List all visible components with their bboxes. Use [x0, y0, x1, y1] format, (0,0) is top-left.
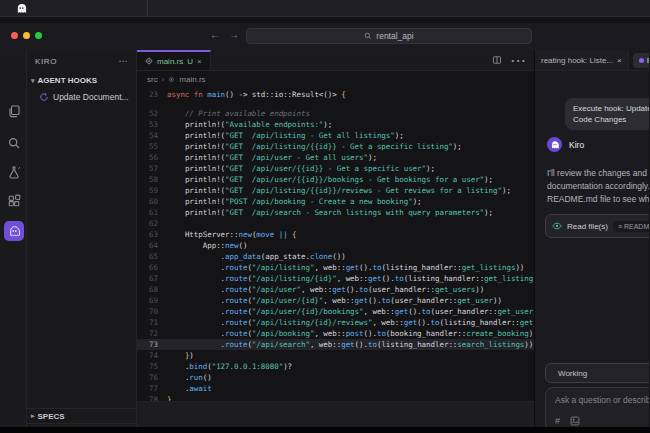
line-number: 72 — [137, 328, 167, 339]
line-number: 58 — [137, 174, 167, 185]
code-line[interactable]: 74 }) — [137, 350, 534, 361]
command-search-box[interactable]: rental_api — [246, 28, 532, 44]
line-number: 56 — [137, 152, 167, 163]
sidebar: KIRO ⋯ ▾ AGENT HOOKS Update Document... … — [27, 50, 137, 427]
section-specs[interactable]: ▸ SPECS — [27, 408, 136, 423]
code-line[interactable]: 78} — [137, 394, 534, 401]
line-number: 60 — [137, 196, 167, 207]
sidebar-title: KIRO — [35, 57, 57, 66]
assistant-name: Kiro — [569, 140, 584, 150]
line-number: 52 — [137, 108, 167, 119]
line-number: 23 — [137, 89, 167, 100]
code-line[interactable]: 69 .route("/api/user/{id}", web::get().t… — [137, 295, 534, 306]
close-window-button[interactable] — [11, 32, 18, 39]
code-line[interactable]: 66 .route("/api/listing", web::get().to(… — [137, 262, 534, 273]
titlebar: ← → rental_api — [0, 23, 650, 50]
menubar-divider — [147, 0, 148, 17]
code-line[interactable]: 62 — [137, 218, 534, 229]
editor-more-actions-icon[interactable]: ⋯ — [510, 51, 526, 70]
search-query: rental_api — [376, 31, 413, 41]
line-number: 71 — [137, 317, 167, 328]
rust-file-icon — [145, 57, 153, 65]
line-number: 62 — [137, 218, 167, 229]
editor-footer — [137, 401, 534, 427]
code-line[interactable]: 23async fn main() -> std::io::Result<()>… — [137, 89, 534, 100]
code-line[interactable]: 55 println!("GET /api/listing/{{id}} - G… — [137, 141, 534, 152]
attach-image-icon[interactable] — [570, 416, 580, 426]
line-number: 61 — [137, 207, 167, 218]
line-number: 67 — [137, 273, 167, 284]
line-number: 75 — [137, 361, 167, 372]
code-line[interactable]: 67 .route("/api/listing/{id}", web::get(… — [137, 273, 534, 284]
tab-execute-hook[interactable]: E — [633, 53, 649, 68]
line-number: 59 — [137, 185, 167, 196]
kiro-panel-icon[interactable] — [4, 221, 24, 241]
code-line[interactable]: 64 App::new() — [137, 240, 534, 251]
read-files-chip[interactable]: Read file(s) ≡ README. — [545, 214, 649, 238]
code-line[interactable]: 52 // Print available endpoints — [137, 108, 534, 119]
line-number: 73 — [137, 339, 167, 350]
hook-item-update-document[interactable]: Update Document... — [27, 89, 136, 105]
line-number: 55 — [137, 141, 167, 152]
code-lines: 23async fn main() -> std::io::Result<()>… — [137, 87, 534, 401]
code-line[interactable]: 73 .route("/api/search", web::get().to(l… — [137, 339, 534, 350]
code-line[interactable]: 61 println!("GET /api/search - Search li… — [137, 207, 534, 218]
line-number: 69 — [137, 295, 167, 306]
hook-icon — [39, 92, 49, 102]
working-status[interactable]: Working — [545, 363, 649, 383]
chat-tab-bar: reating hook: Liste... × E — [535, 50, 649, 71]
chat-input[interactable]: Ask a question or describe a # — [545, 387, 649, 427]
menubar — [0, 0, 650, 17]
tab-creating-hook[interactable]: reating hook: Liste... × — [535, 50, 629, 70]
code-line[interactable]: 75 .bind("127.0.0.1:8080")? — [137, 361, 534, 372]
code-line[interactable]: 70 .route("/api/user/{id}/bookings", web… — [137, 306, 534, 317]
code-editor[interactable]: 23async fn main() -> std::io::Result<()>… — [137, 87, 534, 401]
tab-main-rs[interactable]: main.rs U × — [137, 50, 211, 70]
code-line[interactable]: 60 println!("POST /api/booking - Create … — [137, 196, 534, 207]
code-line[interactable]: 65 .app_data(app_state.clone()) — [137, 251, 534, 262]
rust-file-icon — [168, 76, 175, 83]
editor-group: main.rs U × ⋯ src › main.rs 23async fn m… — [137, 50, 534, 427]
code-line[interactable]: 72 .route("/api/booking", web::post().to… — [137, 328, 534, 339]
search-icon — [364, 32, 372, 40]
back-button[interactable]: ← — [210, 29, 220, 40]
extensions-icon[interactable] — [7, 194, 21, 208]
maximize-window-button[interactable] — [35, 32, 42, 39]
file-badge[interactable]: ≡ README. — [613, 221, 649, 232]
context-hash-icon[interactable]: # — [555, 416, 560, 426]
line-number: 76 — [137, 372, 167, 383]
flask-icon[interactable] — [7, 165, 21, 179]
code-line[interactable]: 71 .route("/api/listing/{id}/reviews", w… — [137, 317, 534, 328]
code-line[interactable]: 53 println!("Available endpoints:"); — [137, 119, 534, 130]
breadcrumb[interactable]: src › main.rs — [137, 71, 534, 87]
code-line[interactable]: 63 HttpServer::new(move || { — [137, 229, 534, 240]
sidebar-menu-button[interactable]: ⋯ — [118, 56, 128, 66]
explorer-icon[interactable] — [7, 104, 21, 118]
line-number: 66 — [137, 262, 167, 273]
close-tab-icon[interactable]: × — [617, 56, 622, 65]
line-number: 54 — [137, 130, 167, 141]
code-line[interactable]: 58 println!("GET /api/user/{{id}}/bookin… — [137, 174, 534, 185]
minimize-window-button[interactable] — [23, 32, 30, 39]
breadcrumb-separator: › — [162, 75, 165, 84]
split-editor-icon[interactable] — [492, 55, 502, 65]
forward-button[interactable]: → — [229, 29, 239, 40]
code-line[interactable]: 57 println!("GET /api/user/{{id}} - Get … — [137, 163, 534, 174]
code-line[interactable]: 56 println!("GET /api/user - Get all use… — [137, 152, 534, 163]
close-tab-icon[interactable]: × — [197, 57, 202, 66]
line-number: 78 — [137, 394, 167, 401]
line-number: 68 — [137, 284, 167, 295]
assistant-message: I'll review the changes and udocumentati… — [547, 167, 649, 206]
code-line[interactable]: 59 println!("GET /api/listing/{{id}}/rev… — [137, 185, 534, 196]
line-number: 53 — [137, 119, 167, 130]
search-sidebar-icon[interactable] — [7, 136, 21, 150]
code-line[interactable]: 68 .route("/api/user", web::get().to(use… — [137, 284, 534, 295]
line-number: 70 — [137, 306, 167, 317]
untracked-marker: U — [187, 57, 193, 66]
chat-input-placeholder: Ask a question or describe a — [555, 395, 649, 405]
code-line[interactable]: 77 .await — [137, 383, 534, 394]
code-line[interactable]: 54 println!("GET /api/listing - Get all … — [137, 130, 534, 141]
line-number: 74 — [137, 350, 167, 361]
code-line[interactable]: 76 .run() — [137, 372, 534, 383]
section-agent-hooks[interactable]: ▾ AGENT HOOKS — [27, 72, 136, 89]
